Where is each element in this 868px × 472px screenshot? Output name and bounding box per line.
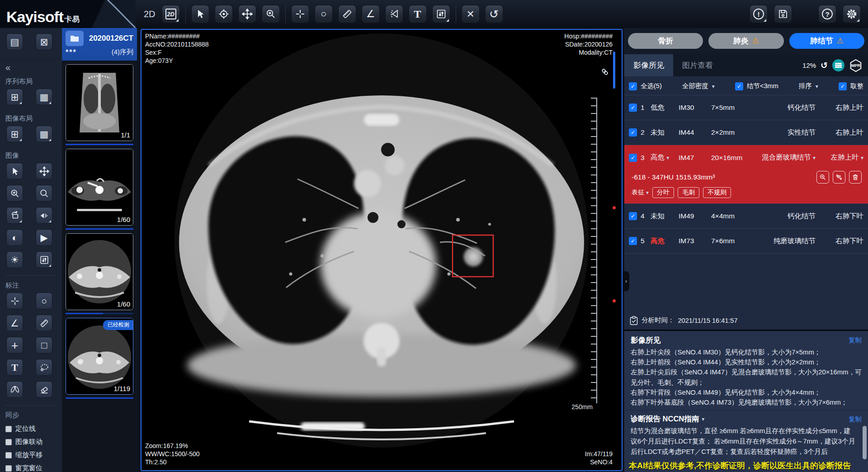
round-checkbox[interactable]: ✓ <box>839 82 847 90</box>
checkbox-unchecked[interactable] <box>5 426 12 432</box>
nodule-marker-red[interactable] <box>613 299 616 302</box>
compare-nodule-button[interactable] <box>833 171 845 184</box>
module-fracture-button[interactable]: 骨折 <box>628 33 703 49</box>
chevron-down-icon[interactable]: ▾ <box>702 416 704 422</box>
pan-image-button[interactable] <box>36 163 52 179</box>
ruler-annotation-button[interactable] <box>36 315 52 331</box>
lung-segmentation-button[interactable] <box>6 381 23 398</box>
nodule-risk-dropdown[interactable]: 高危 ▾ <box>651 153 679 162</box>
help-button[interactable]: ? <box>818 5 836 23</box>
window-adjust-button[interactable] <box>432 5 450 23</box>
nodule-row-2[interactable]: ✓ 2 未知 IM44 2×2mm 实性结节 右肺上叶 <box>624 120 868 145</box>
checkbox-unchecked[interactable] <box>5 452 12 458</box>
angle-tool-button[interactable]: ∠ <box>362 5 380 23</box>
row-checkbox[interactable]: ✓ <box>629 104 637 112</box>
select-tool-button[interactable] <box>6 163 23 179</box>
pointer-tool-button[interactable] <box>191 5 209 23</box>
zoom-tool-button[interactable] <box>262 5 280 23</box>
feature-tag[interactable]: 毛刺 <box>678 187 699 198</box>
close-panel-button[interactable]: ⊠ <box>36 33 52 50</box>
reset-view-button[interactable]: ↺ <box>485 5 503 23</box>
feature-tag[interactable]: 分叶 <box>652 187 674 198</box>
sync-option-localizer[interactable]: 定位线 <box>0 422 62 435</box>
module-lung-nodule-button[interactable]: 肺结节 ⚠ <box>789 33 864 49</box>
row-checkbox[interactable]: ✓ <box>629 237 637 245</box>
invert-button[interactable]: ◐ <box>6 229 23 246</box>
select-all-checkbox[interactable]: ✓ <box>629 82 637 90</box>
copy-findings-link[interactable]: 复制 <box>849 336 862 345</box>
tab-image-view[interactable]: 图片查看 <box>673 54 722 76</box>
series-grid-3x3-button[interactable]: ▦ <box>36 89 52 105</box>
report-card-icon[interactable] <box>832 59 844 71</box>
study-folder-button[interactable] <box>66 31 84 46</box>
pan-tool-button[interactable] <box>238 5 256 23</box>
ellipse-annotation-button[interactable]: ○ <box>36 293 52 309</box>
sync-option-image-link[interactable]: 图像联动 <box>0 435 62 448</box>
text-annotation-button[interactable]: T <box>6 359 23 376</box>
flip-button[interactable] <box>36 207 52 224</box>
panel-collapse-handle[interactable]: › <box>623 271 629 291</box>
small-nodule-checkbox[interactable]: ✓ <box>735 82 743 90</box>
settings-button[interactable] <box>843 5 861 23</box>
ruler-tool-button[interactable] <box>338 5 356 23</box>
row-checkbox[interactable]: ✓ <box>629 154 637 162</box>
select-all-label[interactable]: 全选(5) <box>641 82 662 90</box>
sort-dropdown[interactable]: 排序 <box>799 82 812 90</box>
small-nodule-label[interactable]: 结节<3mm <box>747 82 778 90</box>
delete-annotation-button[interactable]: × <box>462 5 480 23</box>
rotate-button[interactable] <box>6 207 23 224</box>
lasso-annotation-button[interactable] <box>36 359 52 376</box>
eraser-button[interactable] <box>36 381 52 398</box>
nodule-type-dropdown[interactable]: 混合磨玻璃结节 ▾ <box>758 153 822 162</box>
row-checkbox[interactable]: ✓ <box>629 128 637 137</box>
layout-2d-button[interactable]: 2D <box>162 5 180 23</box>
angle-annotation-button[interactable]: ∠ <box>6 315 23 331</box>
series-thumbnail-1[interactable]: 1/1 <box>66 64 133 141</box>
nodule-row-5[interactable]: ✓ 5 高危 IM73 7×6mm 纯磨玻璃结节 右肺下叶 <box>624 229 868 254</box>
feature-dropdown[interactable]: 表征 ▾ <box>632 189 649 197</box>
refresh-icon[interactable]: ↺ <box>821 60 828 71</box>
nodule-row-4[interactable]: ✓ 4 未知 IM49 4×4mm 钙化结节 右肺下叶 <box>624 204 868 229</box>
rectangle-annotation-button[interactable]: □ <box>36 337 52 354</box>
module-pneumonia-button[interactable]: 肺炎 ⚠ <box>708 33 783 49</box>
round-label[interactable]: 取整 <box>850 82 863 90</box>
save-button[interactable] <box>774 5 792 23</box>
sync-option-zoom-pan[interactable]: 缩放平移 <box>0 448 62 462</box>
cine-play-button[interactable]: ▶ <box>36 229 52 246</box>
magnify-button[interactable] <box>36 185 52 202</box>
zoom-image-button[interactable] <box>6 185 23 202</box>
tab-findings[interactable]: 影像所见 <box>624 54 673 76</box>
checkbox-unchecked[interactable] <box>5 439 12 445</box>
image-grid-3x3-button[interactable]: ▦ <box>36 126 52 142</box>
nodule-location-dropdown[interactable]: 左肺上叶 ▾ <box>822 153 863 162</box>
point-annotation-button[interactable]: + <box>6 337 23 354</box>
crosshair-tool-button[interactable] <box>291 5 309 23</box>
nodule-row-3-expanded[interactable]: ✓ 3 高危 ▾ IM47 20×16mm 混合磨玻璃结节 ▾ 左肺上叶 ▾ -… <box>624 145 868 204</box>
localizer-tool-button[interactable] <box>215 5 233 23</box>
feature-tag[interactable]: 不规则 <box>703 187 731 198</box>
locate-nodule-button[interactable] <box>816 171 829 184</box>
window-level-button[interactable] <box>36 251 52 268</box>
cobb-angle-tool-button[interactable] <box>385 5 403 23</box>
mpr-button[interactable]: MPR <box>849 59 863 72</box>
slice-scrollbar[interactable] <box>613 52 615 89</box>
series-thumbnail-4-active[interactable]: 已经检测 1/119 <box>66 318 133 395</box>
series-thumbnail-3[interactable]: 1/60 <box>66 233 133 310</box>
crosshair-annotation-button[interactable] <box>6 293 23 309</box>
collapse-sidebar-button[interactable]: « <box>0 60 62 74</box>
checkbox-unchecked[interactable] <box>5 465 12 472</box>
nodule-row-1[interactable]: ✓ 1 低危 IM30 7×5mm 钙化结节 右肺上叶 <box>624 95 868 120</box>
density-filter-dropdown[interactable]: 全部密度 <box>682 82 708 90</box>
sync-option-window-level[interactable]: 窗宽窗位 <box>0 462 62 472</box>
main-ct-viewport[interactable]: PName:######### AccNO:202101158888 Sex:F… <box>141 29 623 471</box>
text-tool-button[interactable]: T <box>409 5 427 23</box>
study-header[interactable]: 20200126CT *** (4)序列 <box>62 28 137 61</box>
series-panel-button[interactable]: ▤ <box>6 33 23 50</box>
brightness-button[interactable]: ☀ <box>6 251 23 268</box>
link-sync-icon[interactable] <box>601 68 609 76</box>
nodule-row-3-header[interactable]: ✓ 3 高危 ▾ IM47 20×16mm 混合磨玻璃结节 ▾ 左肺上叶 ▾ <box>624 145 868 170</box>
delete-nodule-button[interactable] <box>849 171 862 184</box>
report-issue-button[interactable]: ! <box>750 5 768 23</box>
report-scrollbar[interactable] <box>863 426 867 459</box>
row-checkbox[interactable]: ✓ <box>629 212 637 220</box>
